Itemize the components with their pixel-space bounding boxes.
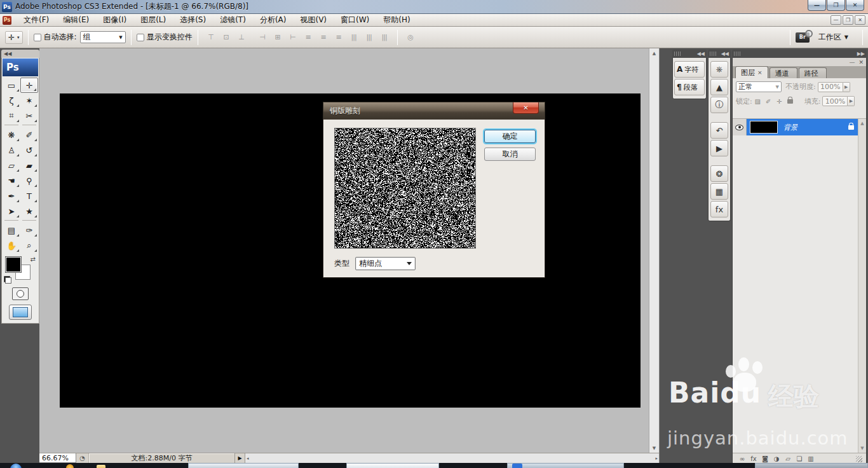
taskbar-icon[interactable]	[97, 465, 105, 468]
align-bottom-edges-icon[interactable]: ⊥	[234, 31, 248, 44]
lock-all-icon[interactable]	[785, 97, 795, 106]
taskbar-button[interactable]	[346, 463, 439, 468]
path-selection-tool[interactable]: ➤	[3, 203, 20, 219]
dock-header[interactable]: ◀◀	[672, 50, 707, 58]
workspace-dropdown[interactable]: 工作区 ▼	[818, 32, 848, 43]
scroll-right-icon[interactable]: ▸	[655, 453, 658, 463]
resize-grip-icon[interactable]	[856, 456, 862, 462]
smudge-tool[interactable]: ☚	[3, 173, 20, 188]
eyedropper-tool[interactable]: ✑	[20, 223, 38, 238]
scroll-up-icon[interactable]: ▲	[858, 121, 866, 126]
dialog-title-bar[interactable]: 铜版雕刻 ✕	[323, 102, 545, 120]
paragraph-panel-button[interactable]: ¶ 段落	[674, 79, 705, 95]
opacity-arrow-icon[interactable]: ▶	[843, 82, 850, 92]
clone-stamp-tool[interactable]: ♙	[3, 142, 20, 158]
distribute-right-edges-icon[interactable]: |||	[377, 31, 391, 44]
align-vertical-centers-icon[interactable]: ⊡	[219, 31, 233, 44]
add-layer-mask-icon[interactable]: ◙	[759, 455, 771, 462]
horizontal-scrollbar[interactable]: ◂ ▸	[245, 453, 659, 463]
blend-mode-dropdown[interactable]: 正常 ▼	[736, 81, 782, 92]
distribute-bottom-edges-icon[interactable]: ≡	[332, 31, 346, 44]
distribute-top-edges-icon[interactable]: ≡	[301, 31, 315, 44]
scroll-up-icon[interactable]: ▲	[649, 48, 659, 58]
delete-layer-icon[interactable]: ▥	[805, 455, 817, 462]
zoom-tool[interactable]: ⌕	[20, 238, 38, 253]
type-tool[interactable]: T	[20, 188, 38, 203]
dock-header[interactable]: ▶▶	[732, 50, 867, 58]
menu-layer[interactable]: 图层(L)	[133, 14, 173, 26]
move-tool[interactable]: ✛	[20, 78, 38, 93]
menu-window[interactable]: 窗口(W)	[334, 14, 376, 26]
system-tray[interactable]	[755, 463, 868, 468]
layer-style-icon[interactable]: fx	[748, 455, 759, 462]
info-panel-icon[interactable]: ⓘ	[710, 97, 728, 113]
current-tool-button[interactable]: ✛ ▾	[5, 31, 23, 44]
type-dropdown[interactable]: 精细点	[355, 257, 416, 270]
taskbar-icon[interactable]	[512, 464, 522, 468]
opacity-value[interactable]: 100%	[818, 82, 843, 92]
lock-position-icon[interactable]: ✛	[775, 97, 784, 106]
layer-list-scrollbar[interactable]: ▲ ▼	[858, 119, 866, 453]
start-button[interactable]	[10, 464, 22, 468]
distribute-horizontal-centers-icon[interactable]: |||	[362, 31, 376, 44]
cancel-button[interactable]: 取消	[484, 148, 536, 161]
menu-image[interactable]: 图像(I)	[96, 14, 133, 26]
gradient-tool[interactable]: ▰	[20, 158, 38, 173]
show-transform-checkbox[interactable]	[137, 34, 144, 41]
menu-edit[interactable]: 编辑(E)	[56, 14, 96, 26]
taskbar-button[interactable]	[188, 463, 299, 468]
distribute-left-edges-icon[interactable]: |||	[347, 31, 361, 44]
layer-thumbnail[interactable]	[750, 121, 778, 134]
rectangular-marquee-tool[interactable]: ▭	[3, 78, 20, 93]
history-brush-tool[interactable]: ↺	[20, 142, 38, 158]
history-panel-icon[interactable]: ↶	[710, 122, 728, 139]
auto-select-checkbox[interactable]	[34, 34, 41, 41]
foreground-color-swatch[interactable]	[6, 257, 21, 272]
auto-align-layers-button[interactable]: ◎	[403, 31, 417, 44]
fill-arrow-icon[interactable]: ▶	[848, 96, 855, 106]
doc-restore-button[interactable]: ❐	[843, 15, 853, 25]
auto-select-dropdown[interactable]: 组 ▼	[80, 31, 126, 43]
menu-file[interactable]: 文件(F)	[17, 14, 56, 26]
panel-minimize-icon[interactable]: —	[849, 59, 855, 65]
taskbar-button[interactable]	[507, 463, 624, 468]
notes-tool[interactable]: ▤	[3, 223, 20, 238]
status-menu-arrow[interactable]: ▶	[235, 453, 245, 463]
default-colors-icon[interactable]	[4, 276, 11, 284]
swap-colors-icon[interactable]: ⇄	[31, 256, 36, 263]
menu-select[interactable]: 选择(S)	[173, 14, 213, 26]
zoom-level-input[interactable]: 66.67%	[39, 453, 76, 463]
styles-panel-icon[interactable]: fx	[710, 201, 728, 217]
align-right-edges-icon[interactable]: ⊢	[286, 31, 300, 44]
brush-tool[interactable]: ✐	[20, 127, 38, 142]
layer-row-background[interactable]: 背景	[733, 119, 858, 135]
actions-panel-icon[interactable]: ▶	[710, 140, 728, 156]
lock-transparent-pixels-icon[interactable]: ▨	[753, 97, 763, 106]
crop-tool[interactable]: ⌗	[3, 108, 20, 123]
spot-healing-brush-tool[interactable]: ❋	[3, 127, 20, 142]
close-button[interactable]: ✕	[846, 0, 864, 11]
doc-close-button[interactable]: ✕	[855, 15, 865, 25]
quick-mask-button[interactable]	[12, 287, 29, 300]
swatches-panel-icon[interactable]: ▦	[710, 183, 728, 200]
minimize-button[interactable]: —	[808, 0, 826, 11]
hand-tool[interactable]: ✋	[3, 238, 20, 253]
tab-paths[interactable]: 路径	[799, 67, 827, 78]
character-panel-button[interactable]: A 字符	[674, 61, 705, 78]
eraser-tool[interactable]: ▱	[3, 158, 20, 173]
ok-button[interactable]: 确定	[484, 130, 536, 143]
new-layer-icon[interactable]: ❏	[794, 455, 805, 462]
histogram-panel-icon[interactable]: ▲	[710, 79, 728, 95]
lock-image-pixels-icon[interactable]: ✐	[764, 97, 773, 106]
adjustment-layer-icon[interactable]: ◑	[771, 455, 782, 462]
align-left-edges-icon[interactable]: ⊣	[255, 31, 269, 44]
align-top-edges-icon[interactable]: ⊤	[204, 31, 218, 44]
navigator-panel-icon[interactable]: ⎈	[710, 61, 728, 78]
menu-help[interactable]: 帮助(H)	[376, 14, 417, 26]
pen-tool[interactable]: ✒	[3, 188, 20, 203]
dialog-close-button[interactable]: ✕	[513, 102, 539, 114]
color-panel-icon[interactable]: ❂	[710, 165, 728, 182]
custom-shape-tool[interactable]: ★	[20, 203, 38, 219]
filter-preview[interactable]	[334, 128, 476, 249]
doc-minimize-button[interactable]: —	[831, 15, 841, 25]
